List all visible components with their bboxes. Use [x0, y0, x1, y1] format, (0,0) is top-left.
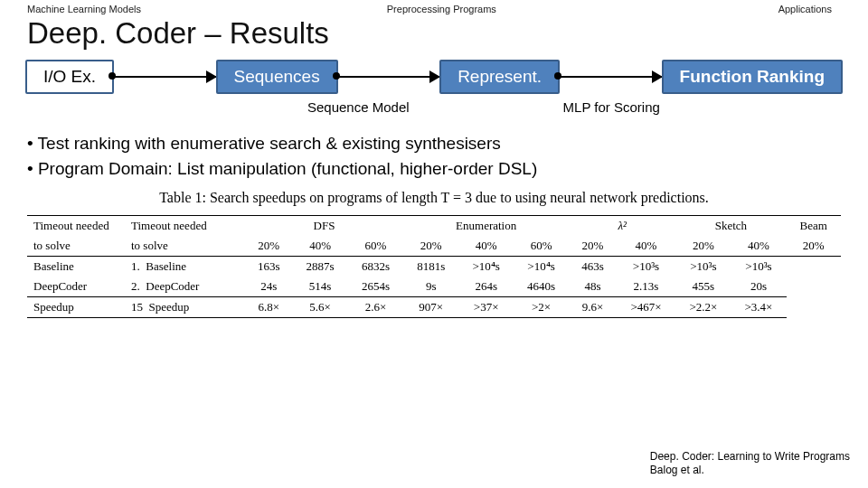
td: >10³s	[617, 257, 676, 277]
th: DFS	[245, 216, 403, 237]
td: 5.6×	[292, 297, 347, 318]
th: Sketch	[675, 216, 786, 237]
flow-sublabel-mlp: MLP for Scoring	[563, 99, 660, 115]
th: 40%	[458, 236, 513, 257]
citation: Deep. Coder: Learning to Write Programs …	[650, 450, 850, 477]
th: to solve	[125, 236, 245, 257]
flow-sublabel-sequence-model: Sequence Model	[307, 99, 410, 115]
td: 264s	[458, 277, 513, 297]
th: 20%	[675, 236, 731, 257]
td: 24s	[245, 277, 292, 297]
arrow-icon	[114, 76, 215, 78]
td: 6.8×	[245, 297, 292, 318]
th: 40%	[292, 236, 347, 257]
table-main: Timeout needed DFS Enumeration λ² Sketch…	[125, 215, 841, 318]
td: DeepCoder	[27, 277, 125, 297]
th: Beam	[787, 216, 841, 237]
th: 20%	[787, 236, 841, 257]
td: 48s	[569, 277, 616, 297]
td: 163s	[245, 257, 292, 277]
flow-node-sequences: Sequences	[216, 60, 338, 94]
results-table: Table 1: Search speedups on programs of …	[0, 190, 868, 318]
th: Enumeration	[403, 216, 569, 237]
td: Speedup	[27, 297, 125, 318]
th: 60%	[348, 236, 403, 257]
td: 8181s	[403, 257, 458, 277]
td: 455s	[675, 277, 731, 297]
td: 463s	[569, 257, 616, 277]
label-ml-models: Machine Learning Models	[27, 4, 141, 14]
dot-icon	[554, 72, 561, 80]
flow-node-io-ex: I/O Ex.	[25, 60, 114, 94]
td: 9.6×	[569, 297, 616, 318]
td: 4640s	[514, 277, 569, 297]
td: >10³s	[731, 257, 786, 277]
label-applications: Applications	[778, 4, 832, 14]
td: 2.6×	[348, 297, 403, 318]
td: >2×	[514, 297, 569, 318]
td: >3.4×	[731, 297, 786, 318]
td: Baseline	[27, 257, 125, 277]
th: 20%	[569, 236, 616, 257]
page-title: Deep. Coder – Results	[0, 14, 868, 60]
td: 2. DeepCoder	[125, 277, 245, 297]
citation-line: Deep. Coder: Learning to Write Programs	[650, 450, 850, 464]
th: 20%	[403, 236, 458, 257]
td: >10³s	[675, 257, 731, 277]
td: >10⁴s	[458, 257, 513, 277]
td: 20s	[731, 277, 786, 297]
th: Timeout needed	[27, 216, 125, 237]
bullet-list: Test ranking with enumerative search & e…	[0, 127, 868, 190]
td: 2654s	[348, 277, 403, 297]
td: 2.13s	[617, 277, 676, 297]
dot-icon	[333, 72, 340, 80]
td: 1. Baseline	[125, 257, 245, 277]
td: >2.2×	[675, 297, 731, 318]
table-caption: Table 1: Search speedups on programs of …	[27, 190, 841, 206]
flow-sublabels: Sequence Model MLP for Scoring	[0, 98, 868, 127]
bullet-item: Test ranking with enumerative search & e…	[27, 131, 868, 156]
th: Timeout needed	[125, 216, 245, 237]
arrow-icon	[338, 76, 439, 78]
top-labels: Machine Learning Models Preprocessing Pr…	[0, 0, 868, 14]
th: 20%	[245, 236, 292, 257]
td: >467×	[617, 297, 676, 318]
table-left-stub: Timeout needed to solve Baseline DeepCod…	[27, 215, 125, 318]
flow-node-function-ranking: Function Ranking	[662, 60, 843, 94]
th: 40%	[617, 236, 676, 257]
td: >37×	[458, 297, 513, 318]
th: λ²	[569, 216, 675, 237]
td: 15 Speedup	[125, 297, 245, 318]
dot-icon	[108, 72, 116, 80]
td: 907×	[403, 297, 458, 318]
td: 9s	[403, 277, 458, 297]
flow-diagram: I/O Ex. Sequences Represent. Function Ra…	[0, 60, 868, 98]
td: 514s	[292, 277, 347, 297]
flow-node-represent: Represent.	[439, 60, 560, 94]
label-preprocessing: Preprocessing Programs	[387, 4, 496, 14]
th: to solve	[27, 236, 125, 257]
td: >10⁴s	[514, 257, 569, 277]
citation-line: Balog et al.	[650, 464, 850, 477]
th: 60%	[514, 236, 569, 257]
td: 2887s	[292, 257, 347, 277]
bullet-item: Program Domain: List manipulation (funct…	[27, 156, 868, 182]
td: 6832s	[348, 257, 403, 277]
th: 40%	[731, 236, 786, 257]
arrow-icon	[560, 76, 661, 78]
